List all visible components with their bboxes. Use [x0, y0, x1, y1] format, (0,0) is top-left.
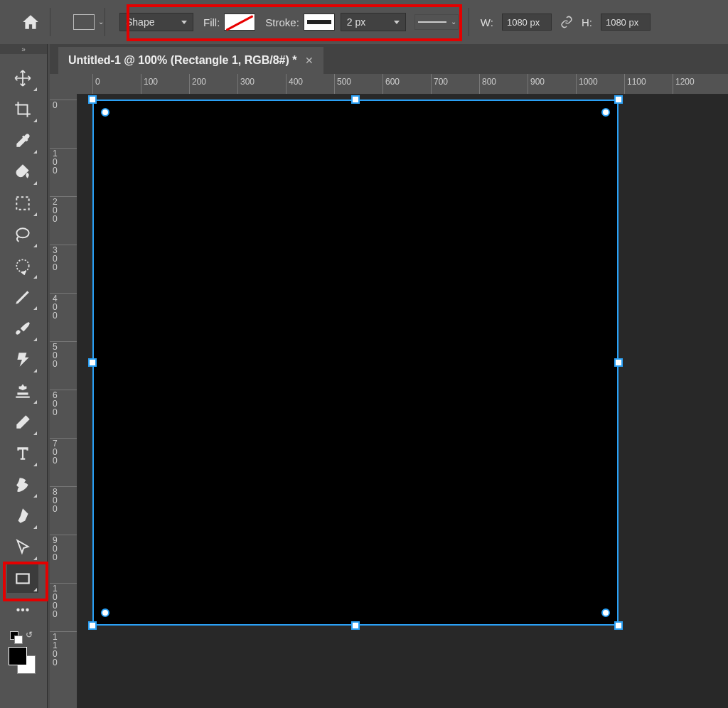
document-tab-bar: Untitled-1 @ 100% (Rectangle 1, RGB/8#) …	[50, 44, 728, 74]
crop-tool[interactable]	[7, 95, 38, 124]
separator	[50, 8, 50, 36]
ruler-label: 1 0 0	[53, 149, 60, 175]
ruler-label: 1100	[627, 77, 646, 87]
document-tab-title: Untitled-1 @ 100% (Rectangle 1, RGB/8#) …	[68, 54, 296, 67]
ruler-label: 5 0 0	[53, 343, 60, 368]
width-input[interactable]: 1080 px	[502, 14, 552, 31]
transform-handle[interactable]	[351, 95, 360, 104]
foreground-background-swatch[interactable]	[7, 645, 38, 674]
height-label: H:	[582, 16, 592, 28]
svg-rect-3	[16, 574, 28, 584]
flyout-indicator-icon	[33, 557, 37, 560]
link-dimensions-button[interactable]	[557, 13, 576, 31]
ruler-label: 500	[337, 77, 351, 87]
ruler-label: 100	[144, 77, 158, 87]
svg-point-5	[21, 608, 24, 611]
flyout-indicator-icon	[33, 275, 37, 279]
ruler-label: 0	[95, 77, 100, 87]
transform-handle[interactable]	[614, 621, 623, 630]
transform-handle[interactable]	[614, 95, 623, 104]
flyout-indicator-icon	[33, 119, 37, 122]
flyout-indicator-icon	[33, 213, 37, 216]
corner-anchor[interactable]	[601, 108, 610, 117]
shape-mode-label: Shape	[126, 16, 154, 28]
horizontal-ruler[interactable]: 0100200300400500600700800900100011001200	[77, 74, 728, 95]
transform-handle[interactable]	[88, 358, 97, 367]
ruler-label: 8 0 0	[53, 488, 60, 513]
flyout-indicator-icon	[33, 369, 37, 372]
flyout-indicator-icon	[33, 181, 37, 185]
rectangle-tool[interactable]	[7, 564, 38, 593]
ruler-label: 800	[482, 77, 496, 87]
flyout-indicator-icon	[33, 525, 37, 529]
ruler-label: 300	[240, 77, 255, 87]
flyout-indicator-icon	[33, 150, 37, 154]
tool-preset-picker[interactable]: ⌄	[73, 14, 95, 30]
flyout-indicator-icon	[33, 494, 37, 498]
canvas-viewport[interactable]	[77, 94, 728, 708]
flyout-indicator-icon	[33, 338, 37, 341]
brush-tool[interactable]	[7, 314, 38, 343]
corner-anchor[interactable]	[101, 108, 109, 117]
ruler-label: 1200	[675, 77, 695, 87]
stroke-swatch[interactable]	[304, 14, 335, 31]
ruler-label: 400	[289, 77, 303, 87]
corner-anchor[interactable]	[601, 608, 610, 617]
ruler-label: 2 0 0	[53, 198, 60, 223]
fill-swatch[interactable]	[224, 14, 255, 31]
height-input[interactable]: 1080 px	[601, 14, 651, 31]
ruler-origin[interactable]	[50, 74, 77, 95]
stroke-style-dropdown[interactable]: ⌄	[414, 14, 459, 30]
eyedropper-tool[interactable]	[7, 127, 38, 155]
stroke-width-dropdown[interactable]: 2 px	[341, 13, 406, 31]
expand-panels-button[interactable]: »	[0, 44, 47, 54]
lasso-tool[interactable]	[7, 220, 38, 249]
home-button[interactable]	[21, 13, 40, 31]
stroke-label: Stroke:	[265, 16, 299, 28]
pencil-tool[interactable]	[7, 283, 38, 311]
flyout-indicator-icon	[33, 431, 37, 435]
document-tab[interactable]: Untitled-1 @ 100% (Rectangle 1, RGB/8#) …	[58, 47, 323, 74]
vertical-ruler[interactable]: 01 0 02 0 03 0 04 0 05 0 06 0 07 0 08 0 …	[50, 94, 77, 708]
type-tool[interactable]	[7, 439, 38, 468]
ruler-label: 4 0 0	[53, 294, 60, 320]
separator	[105, 8, 105, 36]
paint-bucket-tool[interactable]	[7, 158, 38, 186]
width-label: W:	[481, 16, 493, 28]
move-tool[interactable]	[7, 64, 38, 92]
ruler-label: 700	[434, 77, 448, 87]
smudge-tool[interactable]	[7, 471, 38, 499]
flyout-indicator-icon	[33, 588, 37, 591]
flyout-indicator-icon	[33, 400, 37, 404]
eraser-tool[interactable]	[7, 408, 38, 436]
ruler-label: 9 0 0	[53, 536, 60, 562]
quick-selection-tool[interactable]	[7, 252, 38, 280]
options-bar: ⌄ Shape Fill: Stroke: 2 px ⌄ W: 1080 px …	[0, 0, 728, 44]
selection-bounding-box[interactable]	[92, 100, 619, 626]
ruler-label: 1000	[579, 77, 598, 87]
transform-handle[interactable]	[351, 621, 360, 630]
ruler-label: 7 0 0	[53, 439, 60, 465]
ruler-label: 200	[192, 77, 206, 87]
transform-handle[interactable]	[88, 95, 97, 104]
document-area: 0100200300400500600700800900100011001200…	[50, 74, 728, 708]
corner-anchor[interactable]	[101, 608, 109, 617]
edit-toolbar[interactable]	[7, 596, 38, 624]
stroke-width-value: 2 px	[347, 16, 365, 28]
foreground-color[interactable]	[9, 647, 27, 665]
healing-brush-tool[interactable]	[7, 345, 38, 374]
close-tab-button[interactable]: ✕	[305, 55, 314, 66]
default-colors-button[interactable]: ↺	[10, 627, 36, 641]
clone-stamp-tool[interactable]	[7, 377, 38, 405]
svg-point-1	[16, 228, 28, 237]
ruler-label: 0	[53, 101, 60, 109]
pen-tool[interactable]	[7, 502, 38, 530]
chevron-down-icon	[181, 21, 187, 24]
shape-mode-dropdown[interactable]: Shape	[119, 13, 193, 31]
path-selection-tool[interactable]	[7, 533, 38, 562]
transform-handle[interactable]	[614, 358, 623, 367]
marquee-tool[interactable]	[7, 189, 38, 218]
transform-handle[interactable]	[88, 621, 97, 630]
ruler-label: 3 0 0	[53, 246, 60, 272]
svg-rect-0	[16, 197, 28, 209]
